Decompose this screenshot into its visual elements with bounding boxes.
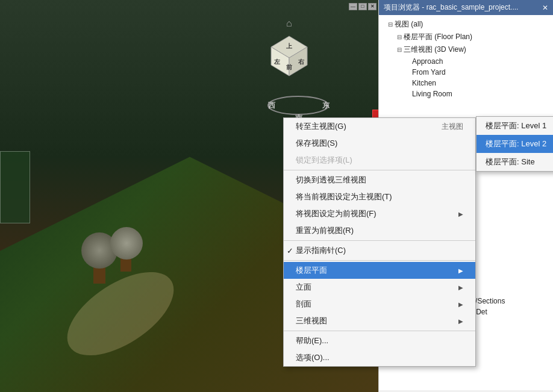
menu-label-help: 帮助(E)... <box>296 335 328 346</box>
menu-sep-3 <box>284 260 475 261</box>
menu-item-save-view[interactable]: 保存视图(S) <box>284 135 475 152</box>
close-button[interactable]: ✕ <box>368 3 376 10</box>
tree-label-livingroom: Living Room <box>412 90 452 98</box>
menu-item-perspective[interactable]: 切换到透视三维视图 <box>284 172 475 188</box>
menu-item-floor-plan[interactable]: 楼层平面 ▶ <box>284 262 475 279</box>
svg-text:右: 右 <box>298 58 305 65</box>
tree-label: 楼层平面 (Floor Plan) <box>404 32 472 42</box>
tree-item-3d-view[interactable]: ⊟ 三维视图 (3D View) <box>379 43 553 56</box>
arrow-icon-section: ▶ <box>458 301 463 308</box>
menu-label-reset-front: 重置为前视图(R) <box>296 225 354 236</box>
menu-item-lock: 锁定到选择项(L) <box>284 152 475 169</box>
arrow-icon-floor-plan: ▶ <box>458 267 463 274</box>
menu-label-compass: 显示指南针(C) <box>296 245 346 256</box>
svg-text:左: 左 <box>273 58 281 65</box>
menu-item-reset-front[interactable]: 重置为前视图(R) <box>284 222 475 239</box>
arrow-icon-set-front: ▶ <box>458 211 463 217</box>
tree-label-kitchen: Kitchen <box>412 79 436 87</box>
menu-label-elevation: 立面 <box>296 282 311 293</box>
scene-tree-2 <box>108 229 145 272</box>
context-menu[interactable]: 转至主视图(G) 主视图 保存视图(S) 锁定到选择项(L) 切换到透视三维视图… <box>283 117 476 367</box>
svg-text:前: 前 <box>286 64 292 70</box>
arrow-icon-3dview: ▶ <box>458 318 463 325</box>
menu-label-set-front: 将视图设定为前视图(F) <box>296 208 376 219</box>
menu-sep-1 <box>284 170 475 170</box>
menu-item-set-front[interactable]: 将视图设定为前视图(F) ▶ <box>284 205 475 222</box>
menu-label-goto-home: 转至主视图(G) <box>296 121 346 132</box>
menu-label-save-view: 保存视图(S) <box>296 138 337 149</box>
menu-sep-4 <box>284 331 475 331</box>
tree-item-living-room[interactable]: Living Room <box>379 89 553 99</box>
menu-item-elevation[interactable]: 立面 ▶ <box>284 279 475 296</box>
floor-plan-submenu[interactable]: 楼层平面: Level 1 ▶ 楼层平面: Level 2 ▶ 楼层平面: Si… <box>476 116 553 172</box>
tree-item-approach[interactable]: Approach <box>379 56 553 67</box>
menu-label-set-home: 将当前视图设定为主视图(T) <box>296 191 392 202</box>
menu-label-floor-plan: 楼层平面 <box>296 265 327 276</box>
tree-item-floor-plan[interactable]: ⊟ 楼层平面 (Floor Plan) <box>379 31 553 43</box>
panel-title: 项目浏览器 - rac_basic_sample_project.... <box>384 2 518 13</box>
menu-item-3dview[interactable]: 三维视图 ▶ <box>284 313 475 329</box>
menu-item-goto-home[interactable]: 转至主视图(G) 主视图 <box>284 118 475 135</box>
menu-item-compass[interactable]: 显示指南针(C) <box>284 242 475 259</box>
scene-building <box>0 151 30 223</box>
menu-item-set-home[interactable]: 将当前视图设定为主视图(T) <box>284 188 475 205</box>
svg-text:上: 上 <box>286 43 293 49</box>
tree-label-fromyard: From Yard <box>412 68 446 76</box>
expand-icon-views: ⊟ <box>388 21 393 28</box>
menu-label-perspective: 切换到透视三维视图 <box>296 175 366 185</box>
menu-item-help[interactable]: 帮助(E)... <box>284 332 475 349</box>
submenu-label-level1: 楼层平面: Level 1 <box>486 120 546 131</box>
arrow-icon-elevation: ▶ <box>458 284 463 291</box>
svg-point-7 <box>268 96 328 114</box>
menu-shortcut-goto-home: 主视图 <box>442 122 463 132</box>
menu-label-lock: 锁定到选择项(L) <box>296 155 352 166</box>
tree-item-kitchen[interactable]: Kitchen <box>379 78 553 89</box>
menu-item-options[interactable]: 选项(O)... <box>284 349 475 366</box>
tree-item-views-all[interactable]: ⊟ 视图 (all) <box>379 18 553 31</box>
menu-sep-2 <box>284 240 475 241</box>
submenu-item-level2[interactable]: 楼层平面: Level 2 ▶ <box>476 135 553 153</box>
nav-cube-svg: 上 左 前 右 <box>259 30 319 90</box>
tree-label: 三维视图 (3D View) <box>404 45 466 55</box>
panel-close-button[interactable]: ✕ <box>542 4 548 12</box>
svg-text:西: 西 <box>268 101 276 110</box>
tree-item-from-yard[interactable]: From Yard <box>379 67 553 78</box>
home-icon[interactable]: ⌂ <box>286 18 292 29</box>
expand-icon-floor: ⊟ <box>397 34 402 40</box>
tree-label: 视图 (all) <box>395 19 423 30</box>
submenu-item-site[interactable]: 楼层平面: Site <box>476 153 553 171</box>
submenu-item-level1[interactable]: 楼层平面: Level 1 ▶ <box>476 117 553 135</box>
submenu-label-site: 楼层平面: Site <box>486 157 535 167</box>
menu-label-section: 剖面 <box>296 299 311 310</box>
panel-header: 项目浏览器 - rac_basic_sample_project.... ✕ <box>379 0 553 15</box>
menu-label-options: 选项(O)... <box>296 352 330 363</box>
submenu-label-level2: 楼层平面: Level 2 <box>486 138 546 149</box>
window-controls[interactable]: — □ ✕ <box>349 3 376 10</box>
menu-label-3dview: 三维视图 <box>296 316 327 326</box>
nav-cube[interactable]: 上 左 前 右 <box>259 30 319 90</box>
minimize-button[interactable]: — <box>349 3 357 10</box>
svg-text:东: 东 <box>322 101 330 110</box>
maximize-button[interactable]: □ <box>358 3 367 10</box>
menu-item-section[interactable]: 剖面 ▶ <box>284 296 475 313</box>
tree-label-approach: Approach <box>412 57 443 66</box>
expand-icon-3d: ⊟ <box>397 46 402 53</box>
